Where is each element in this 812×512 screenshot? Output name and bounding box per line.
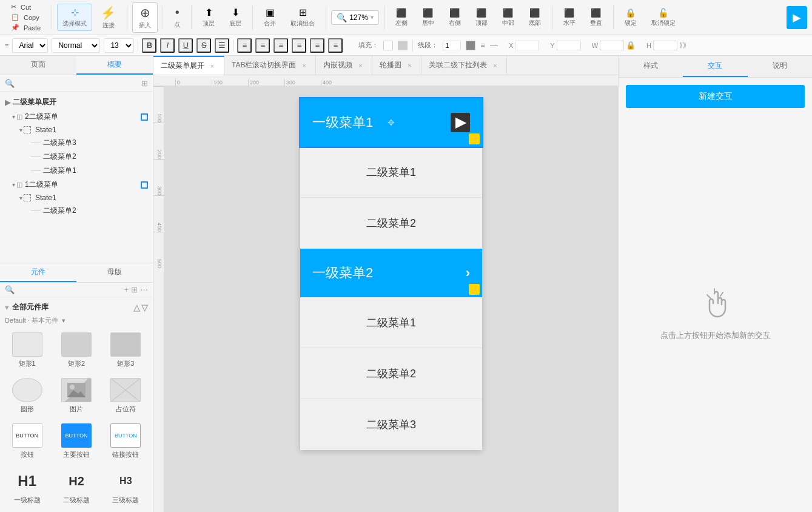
preview-button[interactable]: ▶ [787, 6, 807, 29]
align-center-text-button[interactable]: ≡ [255, 38, 270, 53]
menu-primary-1[interactable]: 一级菜单1 ▶ ✥ ⚡ [300, 98, 482, 147]
menu-secondary-2-3[interactable]: 二级菜单3 [300, 399, 482, 450]
layer-item-state1-a[interactable]: ▾ State1 [0, 124, 153, 136]
menu-secondary-2-2[interactable]: 二级菜单2 [300, 348, 482, 399]
comp-item-rect1[interactable]: 矩形1 [5, 330, 49, 371]
w-input[interactable] [600, 41, 624, 50]
insert-button[interactable]: ⊕ 插入 [132, 2, 158, 33]
h-input[interactable] [653, 41, 677, 50]
point-button[interactable]: • 点 [168, 3, 186, 32]
canvas-tab-2[interactable]: TAB栏滚动切换界面 × [224, 56, 316, 75]
close-tab-icon[interactable]: × [300, 61, 308, 70]
comp-item-rect3[interactable]: 矩形3 [104, 330, 148, 371]
tab-page[interactable]: 页面 [0, 56, 76, 75]
line-color-box[interactable] [466, 41, 475, 50]
cut-button[interactable]: ✂ Cut [8, 2, 43, 12]
menu-secondary-2-1[interactable]: 二级菜单1 [300, 297, 482, 348]
comp-item-circle[interactable]: 圆形 [5, 376, 49, 416]
layer-item-1submenu[interactable]: ▾ ◫ 1二级菜单 [0, 178, 153, 192]
align-right-text-button[interactable]: ≡ [273, 38, 288, 53]
close-tab-icon[interactable]: × [405, 61, 414, 70]
tab-notes[interactable]: 说明 [748, 56, 812, 77]
page-down-button[interactable]: ⬇ 底层 [223, 4, 247, 30]
zoom-control[interactable]: 🔍 127% ▾ [331, 10, 379, 25]
text-align-6-button[interactable]: ≡ [328, 38, 343, 53]
scroll-down-icon[interactable]: ▽ [141, 303, 148, 312]
lock-button[interactable]: 🔒 锁定 [619, 5, 643, 30]
close-tab-icon[interactable]: × [356, 61, 364, 70]
page-up-button[interactable]: ⬆ 顶层 [196, 4, 221, 30]
paste-button[interactable]: 📌 Paste [8, 22, 43, 33]
comp-copy-icon[interactable]: ⊞ [131, 285, 138, 294]
distribute-v-button[interactable]: ⬛ 垂直 [584, 5, 608, 30]
line-width-input[interactable] [443, 41, 461, 50]
align-justify-button[interactable]: ≡ [292, 38, 306, 53]
canvas-tab-4[interactable]: 轮播图 × [372, 56, 421, 75]
align-left-text-button[interactable]: ≡ [237, 38, 252, 53]
select-mode-button[interactable]: ⊹ 选择模式 [57, 4, 92, 31]
close-tab-icon[interactable]: × [491, 61, 499, 70]
comp-item-placeholder[interactable]: 占位符 [104, 376, 148, 416]
menu-primary-2[interactable]: 一级菜单2 › ⚡ [300, 249, 482, 297]
font-size-select[interactable]: 13 [104, 38, 134, 53]
tab-masters[interactable]: 母版 [76, 263, 153, 282]
comp-item-h2[interactable]: H2 二级标题 [54, 467, 98, 507]
layer-item-submenu2-b[interactable]: ▾ 二级菜单2 [0, 204, 153, 218]
layer-item-2submenu[interactable]: ▾ ◫ 2二级菜单 [0, 110, 153, 124]
layer-search-input[interactable] [18, 79, 138, 88]
component-search-input[interactable] [17, 286, 121, 294]
x-input[interactable] [515, 41, 539, 50]
align-top-button[interactable]: ⬛ 顶部 [469, 5, 494, 30]
comp-item-btn-link[interactable]: BUTTON 链接按钮 [104, 421, 148, 462]
unlock-button[interactable]: 🔓 取消锁定 [645, 5, 682, 30]
group-button[interactable]: ▣ 合并 [258, 4, 282, 30]
comp-item-btn-normal[interactable]: BUTTON 按钮 [5, 421, 49, 462]
y-input[interactable] [557, 41, 581, 50]
tab-interaction[interactable]: 交互 [683, 56, 747, 77]
distribute-h-button[interactable]: ⬛ 水平 [557, 5, 582, 30]
sort-icon[interactable]: ⊞ [141, 79, 148, 88]
font-style-select[interactable]: Normal [52, 38, 100, 53]
align-middle-button[interactable]: ⬛ 中部 [496, 5, 520, 30]
italic-button[interactable]: I [160, 38, 175, 53]
list-button[interactable]: ☰ [215, 38, 229, 53]
fill-color-box[interactable] [383, 41, 393, 50]
comp-item-btn-primary[interactable]: BUTTON 主要按钮 [54, 421, 98, 462]
comp-add-icon[interactable]: + [124, 285, 129, 294]
ungroup-button[interactable]: ⊞ 取消组合 [284, 4, 321, 30]
comp-item-h1[interactable]: H1 一级标题 [5, 467, 49, 507]
canvas-tab-3[interactable]: 内嵌视频 × [316, 56, 372, 75]
align-center-button[interactable]: ⬛ 居中 [416, 5, 440, 30]
canvas-area[interactable]: 一级菜单1 ▶ ✥ ⚡ 二级菜单1 二级菜单2 一级菜单2 › [164, 86, 618, 512]
bold-button[interactable]: B [142, 38, 156, 53]
align-left-button[interactable]: ⬛ 左侧 [389, 5, 414, 30]
interaction-hint: 点击上方按钮开始添加新的交互 [660, 330, 771, 341]
font-family-select[interactable]: Arial [12, 38, 48, 53]
new-interaction-button[interactable]: 新建交互 [626, 85, 805, 108]
layer-item-submenu1-a[interactable]: ▾ 二级菜单1 [0, 164, 153, 178]
tab-overview[interactable]: 概要 [76, 56, 153, 75]
menu-secondary-1-1[interactable]: 二级菜单1 [300, 147, 482, 198]
layer-item-submenu2-a[interactable]: ▾ 二级菜单2 [0, 150, 153, 164]
comp-item-h3[interactable]: H3 三级标题 [104, 467, 148, 507]
link-button[interactable]: ⚡ 连接 [95, 3, 122, 32]
align-bottom-button[interactable]: ⬛ 底部 [523, 5, 547, 30]
copy-button[interactable]: 📋 Copy [8, 12, 43, 22]
comp-more-icon[interactable]: ⋯ [140, 285, 148, 294]
layer-item-submenu3-a[interactable]: ▾ 二级菜单3 [0, 136, 153, 150]
canvas-tab-1[interactable]: 二级菜单展开 × [153, 56, 224, 75]
menu-secondary-1-2[interactable]: 二级菜单2 [300, 198, 482, 249]
underline-button[interactable]: U [178, 38, 193, 53]
canvas-tab-5[interactable]: 关联二级下拉列表 × [421, 56, 507, 75]
align-right-button[interactable]: ⬛ 右侧 [443, 5, 467, 30]
close-tab-icon[interactable]: × [208, 62, 216, 70]
scroll-up-icon[interactable]: △ [133, 303, 140, 312]
fill-color-box2[interactable] [398, 41, 408, 50]
tab-components[interactable]: 元件 [0, 263, 76, 282]
text-align-5-button[interactable]: ≡ [310, 38, 324, 53]
strikethrough-button[interactable]: S [196, 38, 211, 53]
tab-style[interactable]: 样式 [619, 56, 683, 77]
layer-item-state1-b[interactable]: ▾ State1 [0, 192, 153, 204]
comp-item-img[interactable]: 图片 [54, 376, 98, 416]
comp-item-rect2[interactable]: 矩形2 [54, 330, 98, 371]
